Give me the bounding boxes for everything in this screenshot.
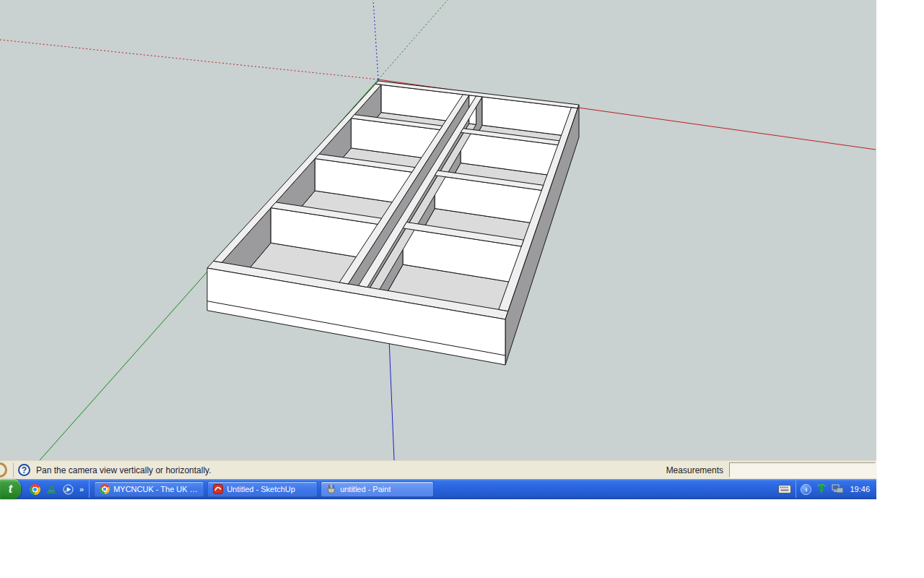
taskbar-button-sketchup[interactable]: Untitled - SketchUp [207,481,318,497]
clock[interactable]: 19:46 [850,485,870,493]
axis-line [0,40,378,79]
wireless-network-icon[interactable] [816,484,827,495]
axis-line [378,0,448,79]
taskbar-button-label: untitled - Paint [340,485,391,493]
taskbar-button-browser[interactable]: MYCNCUK - The UK di... [94,481,204,497]
paint-icon [326,484,336,494]
windows-taskbar: t » MYCNCUK - The UK di... [0,479,876,499]
chrome-quicklaunch-icon[interactable] [30,484,40,495]
keyboard-tray-icon[interactable] [778,485,791,493]
help-question-icon: ? [18,464,30,476]
tray-collapse-chevron-icon[interactable]: ‹ [801,484,811,495]
sketchup-viewport[interactable] [0,0,876,460]
status-separator [13,463,14,478]
tool-hint-text: Pan the camera view vertically or horizo… [36,465,212,475]
chrome-icon [100,484,110,494]
taskbar-separator [89,480,90,498]
network-connection-icon[interactable] [832,484,844,494]
media-player-quicklaunch-icon[interactable] [63,484,74,495]
3d-scene [0,0,876,460]
taskbar-button-label: MYCNCUK - The UK di... [113,485,199,493]
tray-divider [796,480,796,498]
measurements-input[interactable] [729,462,876,478]
start-button-fragment[interactable]: t [0,479,21,499]
paint-canvas-white-right [876,0,924,578]
system-tray: ‹ 19:46 [772,479,876,499]
context-ring-icon [0,462,7,478]
pasted-screenshot: ? Pan the camera view vertically or hori… [0,0,876,500]
taskbar-button-paint[interactable]: untitled - Paint [321,481,434,497]
sketchup-quicklaunch-icon[interactable] [46,484,57,495]
axis-line [373,0,378,79]
measurements-label: Measurements [666,465,723,475]
sketchup-status-bar: ? Pan the camera view vertically or hori… [0,460,876,479]
taskbar-button-label: Untitled - SketchUp [227,485,295,493]
sketchup-icon [213,484,223,494]
quick-launch-bar: » [21,484,89,495]
quicklaunch-overflow-chevron[interactable]: » [79,485,83,493]
paint-canvas-white-bottom [0,500,924,578]
